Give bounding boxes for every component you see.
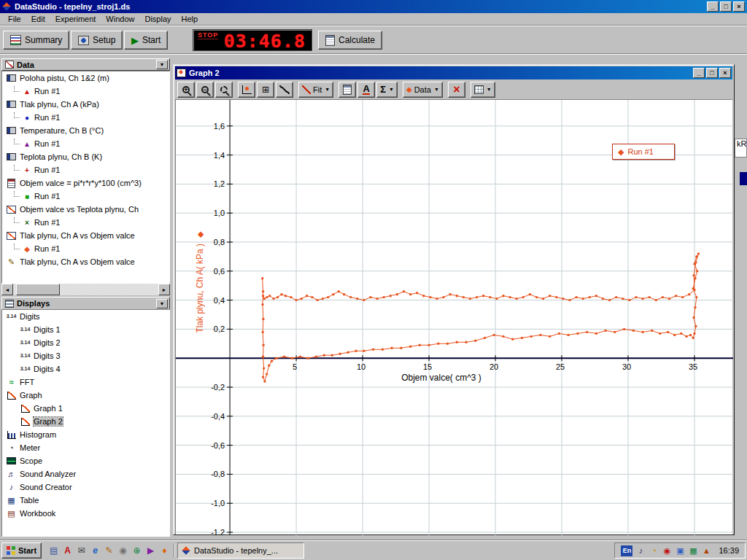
scrollbar-track[interactable] bbox=[13, 284, 158, 295]
close-button[interactable]: × bbox=[733, 1, 745, 12]
globe-icon[interactable]: ⊕ bbox=[131, 544, 143, 557]
zoom-out-button[interactable]: − bbox=[196, 82, 214, 98]
chart-plot-area[interactable]: 1,61,41,21,00,80,60,40,2-0,2-0,4-0,6-0,8… bbox=[176, 100, 733, 535]
menu-file[interactable]: File bbox=[3, 13, 26, 25]
graph-maximize-button[interactable]: □ bbox=[706, 68, 718, 78]
update-icon[interactable]: ▲ bbox=[701, 545, 711, 556]
media-player-icon[interactable]: ▶ bbox=[144, 544, 157, 557]
data-panel-dropdown-button[interactable]: ▼ bbox=[156, 60, 168, 69]
display-item-digits[interactable]: 3.14 Digits bbox=[2, 310, 169, 323]
svg-text:15: 15 bbox=[423, 362, 432, 371]
displays-panel-title: Displays bbox=[17, 299, 50, 308]
menu-help[interactable]: Help bbox=[177, 13, 204, 25]
text-annotation-button[interactable]: A bbox=[357, 82, 375, 98]
scroll-right-button[interactable]: ► bbox=[158, 284, 170, 295]
display-item[interactable]: 3.14 Digits 3 bbox=[2, 349, 169, 362]
displays-panel-dropdown-button[interactable]: ▼ bbox=[156, 299, 168, 308]
display-item[interactable]: 3.14 Digits 1 bbox=[2, 323, 169, 336]
fit-menu-button[interactable]: Fit ▼ bbox=[298, 82, 333, 98]
scheduler-icon[interactable]: ◔ bbox=[649, 545, 659, 556]
display-item-histogram[interactable]: Histogram bbox=[2, 428, 169, 441]
start-button-toolbar[interactable]: ▶ Start bbox=[124, 31, 168, 50]
remove-button[interactable]: × bbox=[448, 82, 465, 98]
display-item-fft[interactable]: ≈ FFT bbox=[2, 376, 169, 389]
zoom-select-button[interactable] bbox=[215, 82, 233, 98]
data-run-item[interactable]: ◆ Run #1 bbox=[2, 242, 169, 255]
summary-button[interactable]: Summary bbox=[3, 31, 69, 50]
maximize-button[interactable]: □ bbox=[720, 1, 732, 12]
cd-player-icon[interactable]: ◉ bbox=[117, 544, 129, 557]
graph-window-titlebar[interactable]: Graph 2 _ □ × bbox=[175, 66, 732, 79]
data-run-item[interactable]: ■ Run #1 bbox=[2, 190, 169, 203]
data-run-item[interactable]: ● Run #1 bbox=[2, 111, 169, 124]
horizontal-scrollbar[interactable]: ◄ ► bbox=[1, 284, 170, 295]
displays-panel-header[interactable]: Displays ▼ bbox=[1, 297, 170, 309]
data-tree-item[interactable]: Poloha pistu, Ch 1&2 (m) bbox=[2, 71, 169, 85]
start-menu-button[interactable]: Start bbox=[1, 542, 42, 559]
display-item[interactable]: 3.14 Digits 4 bbox=[2, 362, 169, 376]
menu-edit[interactable]: Edit bbox=[26, 13, 50, 25]
volume-icon[interactable]: ♪ bbox=[635, 545, 646, 556]
data-tree-item[interactable]: Temperature, Ch B (°C) bbox=[2, 124, 169, 137]
chart-legend[interactable]: ◆ Run #1 bbox=[612, 144, 675, 160]
data-tree-item[interactable]: Objem valce = pi*r*r*y*100 (cm^3) bbox=[2, 176, 169, 190]
smart-tool-button[interactable]: ⊞ bbox=[257, 82, 274, 98]
data-run-item[interactable]: ▲ Run #1 bbox=[2, 137, 169, 150]
x-axis-title[interactable]: Objem valce( cm^3 ) bbox=[361, 373, 522, 383]
antivirus-icon[interactable]: ◉ bbox=[662, 545, 672, 556]
pen-tool-icon[interactable]: ✎ bbox=[103, 544, 115, 557]
data-menu-button[interactable]: ◆ Data ▼ bbox=[403, 82, 443, 98]
data-run-item[interactable]: + Run #1 bbox=[2, 163, 169, 176]
display-item-graph[interactable]: Graph bbox=[2, 389, 169, 402]
displays-panel-icon bbox=[5, 300, 14, 308]
display-item-graph2-selected[interactable]: Graph 2 bbox=[2, 415, 169, 428]
statistics-button[interactable]: Σ ▼ bbox=[376, 82, 398, 98]
network-icon[interactable]: ▦ bbox=[688, 545, 698, 556]
taskbar-app-button[interactable]: DataStudio - tepelny_... bbox=[177, 542, 304, 559]
data-run-item[interactable]: × Run #1 bbox=[2, 216, 169, 229]
graph-minimize-button[interactable]: _ bbox=[693, 68, 705, 78]
minimize-button[interactable]: _ bbox=[707, 1, 719, 12]
menu-experiment[interactable]: Experiment bbox=[50, 13, 101, 25]
display-item-workbook[interactable]: ▤ Workbook bbox=[2, 507, 169, 520]
slope-tool-button[interactable] bbox=[276, 82, 293, 98]
language-indicator[interactable]: En bbox=[621, 545, 632, 556]
svg-text:5: 5 bbox=[293, 362, 297, 371]
graph-close-button[interactable]: × bbox=[719, 68, 731, 78]
menu-window[interactable]: Window bbox=[101, 13, 139, 25]
zoom-in-button[interactable]: + bbox=[177, 82, 195, 98]
data-tree-item[interactable]: Teplota plynu, Ch B (K) bbox=[2, 150, 169, 163]
display-item-scope[interactable]: Scope bbox=[2, 454, 169, 467]
scroll-left-button[interactable]: ◄ bbox=[1, 284, 13, 295]
graph-canvas[interactable]: 1,61,41,21,00,80,60,40,2-0,2-0,4-0,6-0,8… bbox=[175, 99, 732, 534]
main-toolbar: Summary Setup ▶ Start STOP 03:46.8 Calcu… bbox=[0, 26, 747, 54]
data-tree-item[interactable]: ✎ Tlak plynu, Ch A vs Objem valce bbox=[2, 255, 169, 268]
scale-to-fit-button[interactable] bbox=[238, 82, 255, 98]
show-desktop-icon[interactable]: ▤ bbox=[47, 544, 60, 557]
display-item-table[interactable]: ▦ Table bbox=[2, 494, 169, 507]
display-item-sound-creator[interactable]: ♪ Sound Creator bbox=[2, 481, 169, 494]
data-panel-header[interactable]: Data ▼ bbox=[1, 58, 170, 71]
display-item-meter[interactable]: ◔ Meter bbox=[2, 441, 169, 454]
digits-icon: 3.14 bbox=[20, 325, 31, 334]
misc-app-icon[interactable]: ♦ bbox=[158, 544, 171, 557]
display-item[interactable]: Graph 1 bbox=[2, 402, 169, 415]
calculate-button[interactable]: Calculate bbox=[318, 31, 382, 50]
display-item-sound-analyzer[interactable]: ♬ Sound Analyzer bbox=[2, 467, 169, 481]
y-axis-title[interactable]: Tlak plynu, Ch A( kPa )◆ bbox=[195, 173, 205, 392]
data-run-item[interactable]: ▲ Run #1 bbox=[2, 85, 169, 98]
graph-settings-button[interactable]: ▼ bbox=[471, 82, 495, 98]
scrollbar-thumb[interactable] bbox=[16, 284, 60, 295]
display-settings-icon[interactable]: ▣ bbox=[675, 545, 685, 556]
setup-button[interactable]: Setup bbox=[71, 31, 123, 50]
internet-icon[interactable]: e bbox=[89, 544, 101, 557]
mail-icon[interactable]: ✉ bbox=[75, 544, 88, 557]
acrobat-icon[interactable]: A bbox=[61, 544, 74, 557]
app-titlebar[interactable]: DataStudio - tepelny_stroj1.ds _ □ × bbox=[0, 0, 747, 13]
menu-display[interactable]: Display bbox=[139, 13, 176, 25]
data-tree-item[interactable]: Tlak plynu, Ch A vs Objem valce bbox=[2, 229, 169, 242]
data-tree-item[interactable]: Objem valce vs Teplota plynu, Ch bbox=[2, 203, 169, 216]
data-tree-item[interactable]: Tlak plynu, Ch A (kPa) bbox=[2, 98, 169, 111]
display-item[interactable]: 3.14 Digits 2 bbox=[2, 336, 169, 349]
graph-calculator-button[interactable] bbox=[338, 82, 356, 98]
